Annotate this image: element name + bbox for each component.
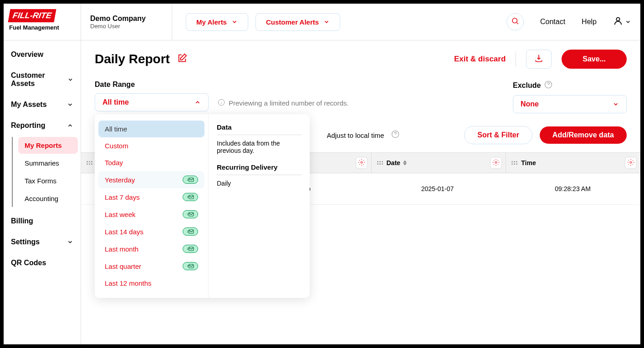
date-range-option[interactable]: Last week: [98, 206, 204, 223]
chevron-down-icon: [67, 101, 73, 108]
date-range-option[interactable]: Custom: [98, 137, 204, 154]
save-button[interactable]: Save...: [562, 50, 627, 69]
mail-badge-icon: [183, 210, 198, 218]
chevron-down-icon: [67, 239, 73, 245]
nav-tax-forms-label: Tax Forms: [25, 177, 56, 185]
exit-discard-link[interactable]: Exit & discard: [454, 55, 506, 64]
info-icon: [218, 99, 225, 107]
option-label: Last week: [105, 211, 136, 218]
sort-filter-button[interactable]: Sort & Filter: [464, 126, 532, 144]
date-range-option[interactable]: All time: [98, 121, 204, 137]
download-icon: [534, 54, 543, 65]
chevron-down-icon: [323, 19, 330, 25]
nav-my-reports-label: My Reports: [25, 141, 62, 149]
divider: [516, 51, 516, 67]
download-button[interactable]: [526, 50, 552, 69]
date-range-option[interactable]: Today: [98, 154, 204, 171]
add-remove-data-button[interactable]: Add/Remove data: [540, 126, 627, 144]
search-icon: [511, 17, 519, 27]
mail-badge-icon: [183, 193, 198, 201]
svg-point-7: [495, 161, 497, 163]
nav-billing-label: Billing: [11, 217, 33, 225]
option-label: Yesterday: [105, 176, 135, 184]
date-range-option[interactable]: Last quarter: [98, 257, 204, 275]
nav-qr-codes-label: QR Codes: [11, 259, 46, 267]
company-user: Demo User: [90, 23, 166, 30]
exclude-value: None: [521, 100, 539, 108]
svg-point-1: [616, 18, 619, 21]
customer-alerts-button[interactable]: Customer Alerts: [256, 13, 340, 31]
gear-icon: [492, 159, 500, 167]
date-range-option[interactable]: Last month: [98, 240, 204, 257]
grip-icon: [377, 161, 383, 165]
customer-alerts-label: Customer Alerts: [266, 18, 319, 26]
date-range-option[interactable]: Last 14 days: [98, 223, 204, 240]
table-col-date[interactable]: Date: [372, 153, 506, 173]
help-icon[interactable]: [544, 81, 552, 91]
gear-icon: [627, 159, 634, 167]
date-range-option[interactable]: Last 12 months: [98, 275, 204, 292]
option-label: Today: [105, 159, 123, 166]
search-button[interactable]: [506, 13, 524, 30]
option-label: Custom: [105, 142, 128, 150]
date-range-label: Date Range: [95, 81, 209, 89]
user-icon: [613, 16, 623, 28]
svg-point-0: [512, 18, 517, 23]
logo-brand: FILL-RITE: [8, 9, 56, 22]
date-range-dropdown[interactable]: All time: [95, 93, 209, 111]
grip-icon: [87, 161, 92, 165]
option-label: Last quarter: [105, 262, 141, 270]
nav-settings-label: Settings: [11, 238, 40, 246]
user-menu[interactable]: [613, 16, 631, 28]
page-title: Daily Report: [95, 52, 170, 66]
chevron-up-icon: [67, 122, 73, 129]
help-icon[interactable]: [391, 130, 399, 140]
nav-my-reports[interactable]: My Reports: [18, 137, 78, 154]
edit-title-button[interactable]: [177, 53, 187, 65]
logo-subtitle: Fuel Management: [9, 24, 75, 31]
nav-qr-codes[interactable]: QR Codes: [4, 252, 81, 273]
popover-data-title: Data: [217, 123, 302, 135]
nav-overview-label: Overview: [11, 50, 43, 59]
nav-settings[interactable]: Settings: [4, 232, 81, 252]
help-link[interactable]: Help: [582, 18, 597, 26]
date-range-value: All time: [102, 98, 129, 106]
column-settings-button[interactable]: [625, 157, 637, 169]
nav-reporting[interactable]: Reporting: [4, 115, 81, 136]
nav-accounting[interactable]: Accounting: [18, 190, 78, 207]
sort-icon: [403, 160, 407, 166]
popover-data-text: Includes data from the previous day.: [217, 140, 302, 154]
nav-accounting-label: Accounting: [25, 195, 58, 202]
chevron-down-icon: [613, 101, 619, 107]
preview-note: Previewing a limited number of records.: [218, 99, 348, 107]
exclude-label: Exclude: [513, 81, 541, 90]
table-col-time[interactable]: Time: [506, 153, 640, 173]
contact-link[interactable]: Contact: [540, 18, 565, 26]
nav-summaries[interactable]: Summaries: [18, 155, 78, 171]
mail-badge-icon: [183, 176, 198, 184]
nav-customer-assets[interactable]: Customer Assets: [4, 65, 81, 94]
cell-date: 2025-01-07: [370, 173, 505, 204]
nav-billing[interactable]: Billing: [4, 211, 81, 232]
mail-badge-icon: [183, 262, 198, 270]
option-label: All time: [105, 125, 127, 133]
nav-overview[interactable]: Overview: [4, 44, 81, 65]
nav-tax-forms[interactable]: Tax Forms: [18, 172, 78, 189]
my-alerts-button[interactable]: My Alerts: [186, 13, 248, 31]
nav-my-assets[interactable]: My Assets: [4, 94, 81, 115]
exclude-dropdown[interactable]: None: [513, 95, 627, 113]
my-alerts-label: My Alerts: [196, 18, 227, 26]
gear-icon: [358, 159, 365, 167]
option-label: Last 14 days: [105, 228, 143, 236]
mail-badge-icon: [183, 245, 198, 253]
column-settings-button[interactable]: [356, 157, 368, 169]
nav-my-assets-label: My Assets: [11, 101, 47, 109]
date-range-option[interactable]: Last 7 days: [98, 188, 204, 206]
option-label: Last 7 days: [105, 193, 140, 201]
cell-time: 09:28:23 AM: [505, 173, 640, 204]
logo: FILL-RITE Fuel Management: [4, 4, 81, 40]
column-settings-button[interactable]: [490, 157, 502, 169]
popover-recurring-text: Daily: [217, 180, 302, 187]
col-time-label: Time: [521, 159, 536, 166]
date-range-option[interactable]: Yesterday: [98, 171, 204, 188]
